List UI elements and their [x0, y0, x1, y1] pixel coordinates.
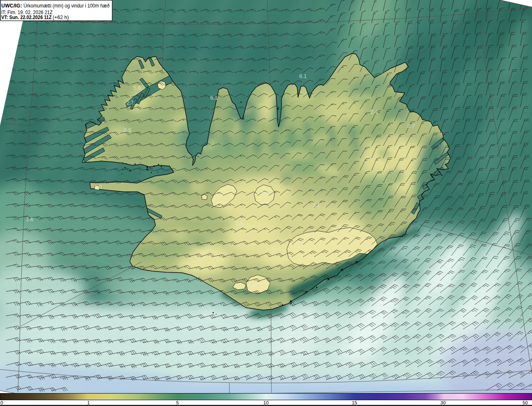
svg-text:30: 30 [441, 400, 446, 405]
svg-text:0: 0 [0, 400, 3, 405]
svg-text:Úrkomumætti (mm) og vindur i 1: Úrkomumætti (mm) og vindur i 100m hæð [24, 2, 110, 9]
svg-text:5.6: 5.6 [133, 85, 141, 91]
svg-text:2.4: 2.4 [370, 109, 378, 115]
svg-text:UWC/IG:: UWC/IG: [1, 2, 22, 9]
svg-text:6.1: 6.1 [299, 73, 307, 79]
svg-text:1.4: 1.4 [251, 281, 259, 288]
svg-text:5.5: 5.5 [124, 127, 131, 133]
svg-text:6.1: 6.1 [210, 95, 218, 101]
svg-text:1.2: 1.2 [261, 191, 269, 197]
svg-text:10: 10 [264, 400, 269, 405]
svg-text:2.0: 2.0 [94, 184, 102, 190]
svg-text:1: 1 [87, 400, 90, 405]
svg-text:3.6: 3.6 [26, 216, 33, 223]
svg-text:50: 50 [522, 400, 528, 405]
svg-text:5: 5 [176, 400, 179, 405]
svg-text:15: 15 [352, 400, 357, 405]
svg-text:2.7: 2.7 [407, 123, 415, 129]
svg-text:1.1: 1.1 [313, 202, 320, 208]
svg-text:3.5: 3.5 [236, 220, 243, 227]
svg-text:VT: Sun. 22.02.2026 11Z: VT: Sun. 22.02.2026 11Z [1, 15, 52, 20]
svg-text:2.7: 2.7 [126, 100, 134, 106]
svg-text:(+62 h): (+62 h) [53, 15, 69, 20]
